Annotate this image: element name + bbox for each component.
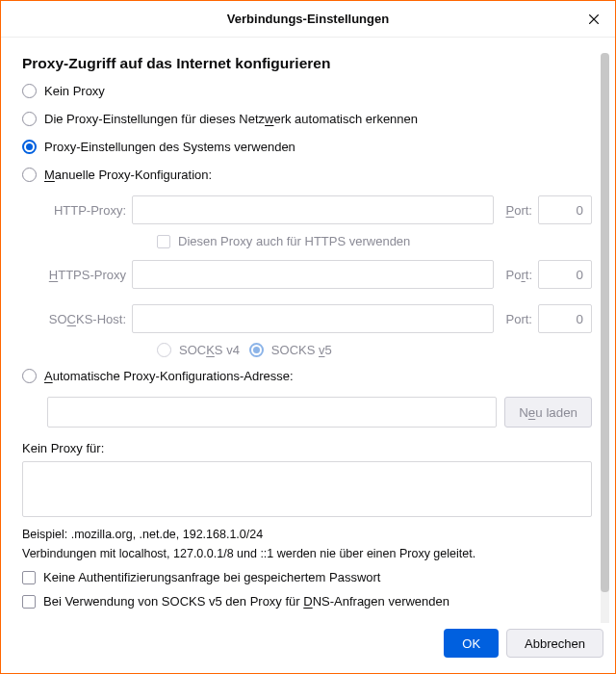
radio-no-proxy[interactable]: Kein Proxy [22,84,592,98]
radio-icon [22,84,37,98]
http-proxy-row: HTTP-Proxy: Port: [47,195,592,224]
radio-label: Automatische Proxy-Konfigurations-Adress… [44,369,294,383]
no-auth-label: Keine Authentifizierungsanfrage bei gesp… [43,570,381,584]
radio-system-proxy[interactable]: Proxy-Einstellungen des Systems verwende… [22,140,592,154]
no-proxy-label: Kein Proxy für: [22,441,592,455]
scrollbar-thumb[interactable] [601,53,609,592]
socks-version-group: SOCKS v4 SOCKS v5 [157,343,592,357]
no-proxy-textarea[interactable] [22,461,592,517]
reload-pac-button[interactable]: Neu laden [504,397,592,428]
dialog-footer: OK Abbrechen [1,623,615,673]
no-proxy-example: Beispiel: .mozilla.org, .net.de, 192.168… [22,528,592,541]
socks-host-input[interactable] [132,304,494,333]
radio-label: Manuelle Proxy-Konfiguration: [44,168,212,182]
content-area: Proxy-Zugriff auf das Internet konfiguri… [1,38,615,623]
ok-button[interactable]: OK [444,629,499,658]
socks-port-input[interactable] [538,304,592,333]
radio-manual-proxy[interactable]: Manuelle Proxy-Konfiguration: [22,168,592,182]
radio-label: Kein Proxy [44,84,105,98]
cancel-button[interactable]: Abbrechen [506,629,603,658]
titlebar: Verbindungs-Einstellungen [1,1,615,38]
checkbox-icon [157,235,170,248]
https-proxy-label: HTTPS-Proxy [47,268,126,282]
pac-url-row: Neu laden [47,397,592,428]
https-proxy-row: HTTPS-Proxy Port: [47,260,592,289]
socks-host-row: SOCKS-Host: Port: [47,304,592,333]
manual-proxy-section: HTTP-Proxy: Port: Diesen Proxy auch für … [47,195,592,357]
http-proxy-label: HTTP-Proxy: [47,203,126,218]
radio-icon [22,369,37,383]
section-heading: Proxy-Zugriff auf das Internet konfiguri… [22,55,592,72]
radio-socks-v4[interactable]: SOCKS v4 [157,343,240,357]
radio-label: Die Proxy-Einstellungen für dieses Netzw… [44,112,418,126]
checkbox-icon [22,595,36,609]
dialog-title: Verbindungs-Einstellungen [227,12,389,26]
radio-icon [22,140,37,154]
pac-url-input[interactable] [47,397,497,428]
vertical-scrollbar[interactable] [601,53,609,623]
https-port-label: Port: [503,268,532,282]
radio-label: SOCKS v4 [179,343,240,357]
socks-port-label: Port: [503,312,532,326]
scroll-content: Proxy-Zugriff auf das Internet konfiguri… [1,38,615,623]
close-icon [587,13,601,26]
radio-icon [157,343,171,357]
socks-dns-label: Bei Verwendung von SOCKS v5 den Proxy fü… [43,594,449,609]
localhost-note: Verbindungen mit localhost, 127.0.0.1/8 … [22,547,592,560]
http-port-label: Port: [503,203,532,218]
checkbox-icon [22,571,36,584]
no-auth-prompt-row[interactable]: Keine Authentifizierungsanfrage bei gesp… [22,570,592,584]
close-button[interactable] [584,10,603,29]
connection-settings-dialog: Verbindungs-Einstellungen Proxy-Zugriff … [0,0,616,674]
radio-label: Proxy-Einstellungen des Systems verwende… [44,140,295,154]
radio-pac[interactable]: Automatische Proxy-Konfigurations-Adress… [22,369,592,383]
radio-icon [22,112,37,126]
radio-autodetect[interactable]: Die Proxy-Einstellungen für dieses Netzw… [22,112,592,126]
radio-icon [22,168,37,182]
https-proxy-input[interactable] [132,260,494,289]
radio-label: SOCKS v5 [271,343,332,357]
radio-socks-v5[interactable]: SOCKS v5 [249,343,332,357]
http-port-input[interactable] [538,195,592,224]
share-https-row[interactable]: Diesen Proxy auch für HTTPS verwenden [157,234,592,248]
radio-icon [249,343,264,357]
http-proxy-input[interactable] [132,195,494,224]
share-https-label: Diesen Proxy auch für HTTPS verwenden [178,234,410,248]
socks-host-label: SOCKS-Host: [47,312,126,326]
socks-dns-row[interactable]: Bei Verwendung von SOCKS v5 den Proxy fü… [22,594,592,609]
https-port-input[interactable] [538,260,592,289]
